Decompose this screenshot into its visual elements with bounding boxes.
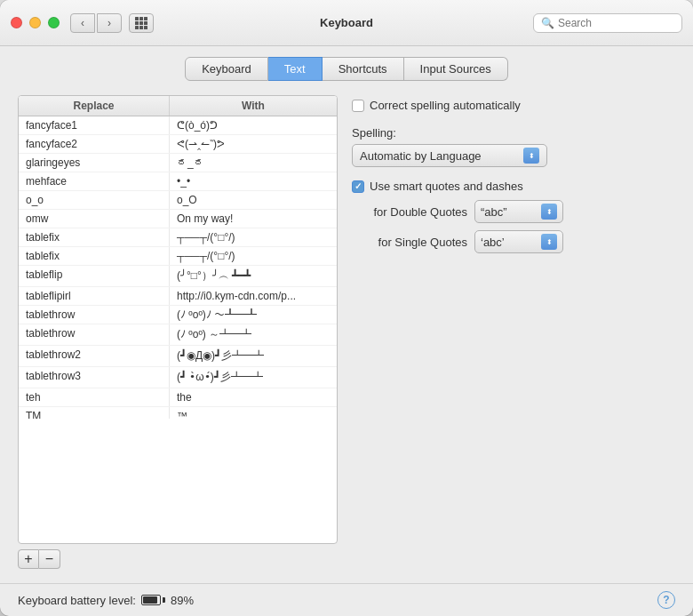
table-row[interactable]: tableflip (╯°□°）╯︵ ┻━┻ xyxy=(19,266,337,287)
table-row[interactable]: tablefix ┬──┬/(°□°/) xyxy=(19,228,337,247)
double-quotes-dropdown-arrow-icon: ⬍ xyxy=(541,204,557,220)
tab-text[interactable]: Text xyxy=(268,57,323,81)
close-button[interactable] xyxy=(11,17,22,28)
table-actions: + − xyxy=(18,549,338,569)
table-row[interactable]: tablethrow (ﾉ ºoº)ﾉ ～┻━┻ xyxy=(19,306,337,324)
cell-with: ┬──┬/(°□°/) xyxy=(170,247,337,265)
table-row[interactable]: tablefix ┬──┬/(°□°/) xyxy=(19,247,337,266)
right-panel: Correct spelling automatically Spelling:… xyxy=(352,95,675,569)
battery-body xyxy=(141,595,161,605)
cell-replace: tablethrow3 xyxy=(19,367,170,388)
cell-with: (ﾉ ºoº) ～┻━┻ xyxy=(170,324,337,345)
cell-replace: tablefix xyxy=(19,228,170,246)
table-row[interactable]: fancyface1 ᕦ(ò_ó)ᕤ xyxy=(19,116,337,135)
cell-with: ᕙ(⇀‸↼‶)ᕗ xyxy=(170,135,337,153)
grid-icon xyxy=(135,17,147,29)
table-row[interactable]: tableflipirl http://i0.kym-cdn.com/p... xyxy=(19,287,337,306)
cell-replace: tablethrow xyxy=(19,324,170,345)
search-box[interactable]: 🔍 ✕ xyxy=(533,13,682,33)
single-quotes-dropdown[interactable]: ‘abc’ ⬍ xyxy=(474,230,563,253)
window-title: Keyboard xyxy=(320,16,373,29)
battery-fill xyxy=(143,596,157,604)
table-row[interactable]: omw On my way! xyxy=(19,210,337,228)
smart-quotes-row: Use smart quotes and dashes xyxy=(352,180,675,193)
header-replace: Replace xyxy=(19,96,170,116)
cell-with: o_O xyxy=(170,191,337,209)
titlebar: ‹ › Keyboard 🔍 ✕ xyxy=(0,0,693,46)
table-row[interactable]: mehface •_• xyxy=(19,172,337,191)
double-quotes-dropdown[interactable]: “abc” ⬍ xyxy=(474,200,563,223)
correct-spelling-label: Correct spelling automatically xyxy=(370,99,521,112)
cell-replace: tableflip xyxy=(19,266,170,286)
table-row[interactable]: teh the xyxy=(19,388,337,407)
left-panel: Replace With fancyface1 ᕦ(ò_ó)ᕤ fancyfac… xyxy=(18,95,338,569)
text-substitution-table: Replace With fancyface1 ᕦ(ò_ó)ᕤ fancyfac… xyxy=(18,95,338,544)
cell-replace: tablethrow xyxy=(19,306,170,324)
dropdown-arrow-icon: ⬍ xyxy=(523,148,539,164)
cell-with: the xyxy=(170,388,337,406)
table-row[interactable]: tablethrow3 (┛ •̀ω•́)┛彡┻━┻ xyxy=(19,367,337,388)
back-button[interactable]: ‹ xyxy=(70,13,95,33)
smart-quotes-section: Use smart quotes and dashes for Double Q… xyxy=(352,180,675,253)
tab-bar: Keyboard Text Shortcuts Input Sources xyxy=(0,46,693,81)
spelling-section: Spelling: Automatic by Language ⬍ xyxy=(352,126,675,167)
battery-info: Keyboard battery level: 89% xyxy=(18,594,194,607)
cell-replace: teh xyxy=(19,388,170,406)
table-row[interactable]: glaringeyes ಠ_ಠ xyxy=(19,154,337,172)
table-header: Replace With xyxy=(19,96,337,116)
spelling-section-label: Spelling: xyxy=(352,126,675,140)
search-input[interactable] xyxy=(558,17,691,29)
battery-label: Keyboard battery level: xyxy=(18,594,136,607)
correct-spelling-row: Correct spelling automatically xyxy=(352,99,675,112)
table-row[interactable]: TM ™ xyxy=(19,407,337,419)
tab-input-sources[interactable]: Input Sources xyxy=(404,57,508,81)
cell-with: (┛◉Д◉)┛彡┻━┻ xyxy=(170,346,337,366)
tab-shortcuts[interactable]: Shortcuts xyxy=(323,57,404,81)
table-row[interactable]: o_o o_O xyxy=(19,191,337,210)
nav-buttons: ‹ › xyxy=(70,13,122,33)
cell-with: http://i0.kym-cdn.com/p... xyxy=(170,287,337,305)
cell-with: ಠ_ಠ xyxy=(170,154,337,172)
spelling-dropdown-row: Automatic by Language ⬍ xyxy=(352,144,675,167)
add-row-button[interactable]: + xyxy=(18,549,39,569)
cell-replace: tablefix xyxy=(19,247,170,265)
help-button[interactable]: ? xyxy=(657,591,675,609)
forward-button[interactable]: › xyxy=(97,13,122,33)
single-quotes-dropdown-arrow-icon: ⬍ xyxy=(541,234,557,250)
battery-percent: 89% xyxy=(171,594,194,607)
cell-replace: TM xyxy=(19,407,170,419)
maximize-button[interactable] xyxy=(48,17,60,28)
status-bar: Keyboard battery level: 89% ? xyxy=(0,583,693,616)
main-window: ‹ › Keyboard 🔍 ✕ Keyboard Text Shortcuts… xyxy=(0,0,693,616)
double-quotes-label: for Double Quotes xyxy=(352,205,467,219)
table-row[interactable]: tablethrow (ﾉ ºoº) ～┻━┻ xyxy=(19,324,337,346)
cell-with: •_• xyxy=(170,172,337,190)
smart-quotes-checkbox[interactable] xyxy=(352,180,364,193)
minimize-button[interactable] xyxy=(29,17,41,28)
search-icon: 🔍 xyxy=(541,17,554,29)
cell-replace: glaringeyes xyxy=(19,154,170,172)
cell-with: (╯°□°）╯︵ ┻━┻ xyxy=(170,266,337,286)
spelling-dropdown[interactable]: Automatic by Language ⬍ xyxy=(352,144,547,167)
tab-keyboard[interactable]: Keyboard xyxy=(185,57,268,81)
cell-replace: mehface xyxy=(19,172,170,190)
cell-with: ™ xyxy=(170,407,337,419)
cell-replace: o_o xyxy=(19,191,170,209)
grid-button[interactable] xyxy=(129,13,154,33)
cell-with: ᕦ(ò_ó)ᕤ xyxy=(170,116,337,134)
table-body[interactable]: fancyface1 ᕦ(ò_ó)ᕤ fancyface2 ᕙ(⇀‸↼‶)ᕗ g… xyxy=(19,116,337,419)
cell-replace: fancyface1 xyxy=(19,116,170,134)
table-row[interactable]: tablethrow2 (┛◉Д◉)┛彡┻━┻ xyxy=(19,346,337,367)
spelling-dropdown-value: Automatic by Language xyxy=(360,149,482,163)
battery-tip xyxy=(163,597,165,603)
double-quotes-row: for Double Quotes “abc” ⬍ xyxy=(352,200,675,223)
battery-icon xyxy=(141,595,165,605)
correct-spelling-checkbox[interactable] xyxy=(352,100,364,112)
traffic-lights xyxy=(11,17,60,28)
cell-replace: omw xyxy=(19,210,170,228)
remove-row-button[interactable]: − xyxy=(39,549,60,569)
cell-with: (ﾉ ºoº)ﾉ ～┻━┻ xyxy=(170,306,337,324)
single-quotes-label: for Single Quotes xyxy=(352,236,467,249)
table-row[interactable]: fancyface2 ᕙ(⇀‸↼‶)ᕗ xyxy=(19,135,337,154)
cell-with: On my way! xyxy=(170,210,337,228)
